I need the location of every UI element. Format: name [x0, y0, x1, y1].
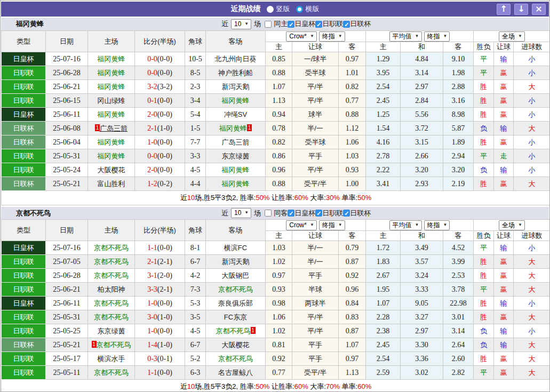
away-team-name[interactable]: 福冈黄蜂	[222, 97, 250, 105]
handicap-line: 受半球	[292, 135, 339, 149]
scope-filter-group: 全场▼	[474, 31, 550, 42]
home-team-name[interactable]: 1广岛三箭	[95, 124, 127, 132]
match-count-select[interactable]: 10▼	[231, 208, 251, 218]
home-team-name[interactable]: 东京绿茵	[98, 327, 125, 335]
average-select[interactable]: 平均值▼	[389, 31, 422, 42]
corner-score: 3-5	[185, 310, 206, 324]
competition-checkbox-2[interactable]: ✓	[343, 210, 350, 217]
chevron-down-icon: ▼	[338, 32, 342, 41]
corner-score: 1-5	[185, 122, 206, 135]
away-team-name[interactable]: 新泻天鹅	[222, 258, 250, 266]
scope-select[interactable]: 全场▼	[499, 31, 525, 42]
result-outcome: 负	[474, 324, 494, 338]
home-team-name[interactable]: 福冈黄蜂	[98, 138, 125, 146]
home-team-name[interactable]: 福冈黄蜂	[98, 110, 125, 118]
column-header: 日期	[46, 220, 88, 241]
away-team-name[interactable]: 广岛三箭	[222, 138, 250, 146]
competition-checkbox-2[interactable]: ✓	[343, 21, 350, 28]
result-goals: 小	[514, 94, 550, 108]
away-team: 福冈黄蜂1	[206, 122, 266, 135]
unit-label: 场	[254, 209, 261, 218]
summary-label: 单率:	[340, 382, 357, 390]
away-team-name[interactable]: 奈良俱乐部	[218, 299, 253, 307]
vertical-layout-radio[interactable]: 竖版	[267, 4, 290, 14]
final-odds-select-2[interactable]: 终指▼	[424, 220, 450, 230]
away-team-name[interactable]: 名古屋鲸八	[218, 369, 253, 377]
match-date: 25-06-11	[46, 108, 88, 122]
home-team-name[interactable]: 京都不死鸟	[94, 369, 129, 377]
away-team-name[interactable]: 大阪钢巴	[222, 271, 250, 279]
away-team-name[interactable]: 福冈黄蜂1	[219, 124, 252, 132]
away-team-name[interactable]: 京都不死鸟	[218, 355, 253, 363]
handicap-away-odds: 1.03	[339, 149, 366, 163]
europe-draw-odds: 3.27	[401, 310, 443, 324]
final-odds-select-2-value: 终指	[427, 221, 440, 229]
competition-checkbox-0[interactable]: ✓	[288, 210, 294, 217]
home-team-name[interactable]: 福冈黄蜂	[98, 55, 125, 63]
close-button[interactable]: ×	[532, 4, 546, 15]
away-team-name[interactable]: 冲绳SV	[224, 110, 247, 118]
scope-select[interactable]: 全场▼	[499, 220, 525, 230]
home-team-name[interactable]: 1京都不死鸟	[92, 341, 131, 349]
away-team-name[interactable]: 北九州向日葵	[215, 55, 257, 63]
away-team: 京都不死鸟1	[206, 324, 266, 338]
summary-label: 场,胜5平3负2, 胜率:	[195, 382, 256, 390]
home-team-name[interactable]: 京都不死鸟	[94, 244, 129, 252]
home-team-name[interactable]: 柏太阳神	[98, 285, 125, 293]
away-team-name[interactable]: FC东京	[224, 313, 247, 321]
home-team-name[interactable]: 京都不死鸟	[94, 258, 129, 266]
move-down-button[interactable]: ↓	[514, 4, 528, 15]
home-team-name[interactable]: 京都不死鸟	[94, 271, 129, 279]
same-venue-label: 同客	[274, 209, 288, 218]
home-team-name[interactable]: 京都不死鸟	[94, 313, 129, 321]
home-team-name[interactable]: 京都不死鸟	[94, 299, 129, 307]
home-team-name[interactable]: 冈山绿雉	[98, 97, 125, 105]
bookmaker-select[interactable]: Crow*▼	[286, 31, 317, 42]
same-venue-checkbox[interactable]	[265, 21, 272, 28]
final-odds-select-2[interactable]: 终指▼	[424, 31, 450, 42]
europe-away-odds: 3.99	[443, 255, 474, 269]
score: 3-1(2-0)	[135, 269, 185, 283]
home-team-name[interactable]: 福冈黄蜂	[98, 83, 125, 91]
bookmaker-select[interactable]: Crow*▼	[286, 220, 317, 230]
match-count-select[interactable]: 10▼	[231, 19, 251, 29]
europe-away-odds: 3.78	[443, 283, 474, 297]
home-team: 冈山绿雉	[88, 94, 135, 108]
recent-label: 近	[221, 19, 228, 29]
europe-home-odds: 2.45	[366, 338, 401, 352]
competition-checkbox-1[interactable]: ✓	[315, 21, 322, 28]
away-team-name[interactable]: 京都不死鸟	[218, 285, 253, 293]
home-team-name[interactable]: 横滨水手	[98, 355, 125, 363]
result-goals: 大	[514, 80, 550, 94]
away-team-name[interactable]: 新泻天鹅	[222, 83, 250, 91]
chevron-down-icon: ▼	[310, 32, 314, 41]
competition-checkbox-1[interactable]: ✓	[315, 210, 322, 217]
competition-label-1: 日职联	[322, 209, 343, 218]
away-team-name[interactable]: 京都不死鸟1	[216, 327, 256, 335]
move-up-button[interactable]: ↑	[497, 4, 511, 15]
score: 1-2(0-2)	[135, 177, 185, 191]
final-odds-select[interactable]: 终指▼	[319, 31, 345, 42]
away-team-name[interactable]: 东京绿茵	[222, 152, 250, 160]
handicap-home-odds: 0.98	[266, 297, 292, 310]
away-team-name[interactable]: 福冈黄蜂	[222, 180, 250, 188]
handicap-line: 平/半	[292, 310, 339, 324]
away-team-name[interactable]: 福冈黄蜂	[222, 166, 250, 174]
home-team-name[interactable]: 福冈黄蜂	[98, 69, 125, 77]
home-team-name[interactable]: 富山胜利	[98, 180, 125, 188]
competition-checkbox-0[interactable]: ✓	[288, 21, 294, 28]
average-select[interactable]: 平均值▼	[389, 220, 422, 230]
final-odds-select[interactable]: 终指▼	[319, 220, 345, 230]
europe-away-odds: 3.01	[443, 310, 474, 324]
halftime-score: (0-0)	[157, 69, 172, 77]
away-team-name[interactable]: 大阪樱花	[222, 341, 250, 349]
handicap-away-odds: 1.00	[339, 177, 366, 191]
same-venue-checkbox[interactable]	[265, 210, 272, 217]
match-row: 日职联25-05-31京都不死鸟3-0(1-0)3-5FC东京1.06平/半0.…	[2, 310, 550, 324]
horizontal-layout-radio[interactable]: 横版	[296, 4, 320, 14]
away-team-name[interactable]: 横滨FC	[224, 244, 247, 252]
corner-score: 4-5	[185, 324, 206, 338]
home-team-name[interactable]: 福冈黄蜂	[98, 152, 125, 160]
away-team-name[interactable]: 神户胜利船	[218, 69, 253, 77]
home-team-name[interactable]: 大阪樱花	[98, 166, 125, 174]
